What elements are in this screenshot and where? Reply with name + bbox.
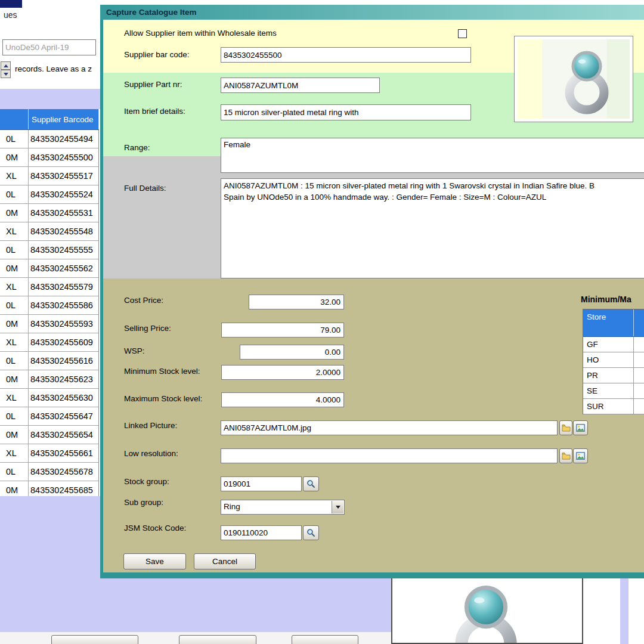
allow-supplier-checkbox[interactable] — [458, 29, 467, 38]
full-details-input[interactable]: ANI0587AZUMTL0M : 15 micron silver-plate… — [221, 178, 644, 278]
min-stock-input[interactable] — [221, 365, 344, 380]
dialog-titlebar[interactable]: Capture Catalogue Item — [100, 5, 644, 20]
barcode-grid-row[interactable]: 0L8435302455524 — [0, 185, 98, 204]
barcode-grid-row[interactable]: 0L8435302455616 — [0, 352, 98, 370]
store-row[interactable]: SUR — [583, 399, 644, 414]
size-cell: XL — [0, 167, 29, 185]
store-value-cell — [634, 368, 644, 383]
barcode-grid-row[interactable]: 0L8435302455586 — [0, 296, 98, 315]
save-button[interactable]: Save — [123, 553, 186, 569]
barcode-grid-row[interactable]: 0L8435302455494 — [0, 130, 98, 148]
catalogue-filter-input[interactable] — [2, 39, 96, 55]
store-row[interactable]: GF — [583, 337, 644, 352]
range-input[interactable]: Female — [221, 138, 644, 173]
barcode-cell: 8435302455494 — [29, 130, 98, 148]
store-value-cell — [634, 383, 644, 398]
barcode-grid-row[interactable]: 0L8435302455647 — [0, 407, 98, 426]
size-cell: 0M — [0, 148, 29, 166]
store-row[interactable]: PR — [583, 368, 644, 383]
stock-group-lookup-button[interactable] — [303, 476, 319, 491]
jsm-stock-code-lookup-button[interactable] — [303, 525, 319, 540]
picture-icon — [576, 424, 585, 432]
jsm-stock-code-input[interactable] — [221, 525, 302, 540]
size-cell: 0M — [0, 426, 29, 444]
range-label: Range: — [124, 143, 150, 152]
product-photo-panel-large — [391, 574, 583, 644]
cancel-button[interactable]: Cancel — [194, 553, 256, 569]
store-row[interactable]: HO — [583, 352, 644, 368]
wsp-input[interactable] — [240, 345, 344, 360]
selling-price-label: Selling Price: — [124, 324, 171, 333]
product-photo-box — [514, 36, 633, 122]
supplier-barcode-input[interactable] — [221, 47, 471, 63]
barcode-grid-row[interactable]: XL8435302455630 — [0, 389, 98, 407]
barcode-grid-row[interactable]: 0M8435302455531 — [0, 204, 98, 222]
store-value-cell — [634, 399, 644, 414]
selling-price-input[interactable] — [221, 323, 344, 338]
size-cell: 0L — [0, 407, 29, 425]
low-resolution-view-button[interactable] — [573, 448, 588, 463]
size-cell: 0M — [0, 204, 29, 222]
barcode-grid-row[interactable]: 0L8435302455555 — [0, 241, 98, 259]
spinner-up-button[interactable] — [1, 61, 11, 70]
spinner-down-button[interactable] — [1, 70, 11, 78]
folder-icon — [562, 424, 571, 432]
linked-picture-view-button[interactable] — [573, 420, 588, 435]
max-stock-input[interactable] — [221, 392, 344, 407]
barcode-grid-row[interactable]: XL8435302455609 — [0, 333, 98, 352]
barcode-cell: 8435302455500 — [29, 148, 98, 166]
barcode-grid-row[interactable]: 0M8435302455654 — [0, 426, 98, 444]
grid-header-blank[interactable] — [0, 109, 29, 129]
wsp-label: WSP: — [124, 346, 145, 355]
dialog-title: Capture Catalogue Item — [106, 8, 197, 17]
barcode-cell: 8435302455593 — [29, 315, 98, 333]
chevron-down-icon — [336, 506, 340, 509]
barcode-cell: 8435302455647 — [29, 407, 98, 425]
barcode-grid-row[interactable]: XL8435302455579 — [0, 278, 98, 296]
store-row[interactable]: SE — [583, 383, 644, 399]
barcode-cell: 8435302455579 — [29, 278, 98, 296]
barcode-grid-row[interactable]: XL8435302455517 — [0, 167, 98, 185]
low-resolution-browse-button[interactable] — [559, 448, 572, 463]
bottom-right-lavender-strip — [620, 574, 628, 644]
size-cell: XL — [0, 333, 29, 351]
linked-picture-label: Linked Picture: — [124, 421, 177, 430]
screen: { "colors": { "teal_accent": "#2f9494", … — [0, 0, 644, 644]
bottom-button-1[interactable] — [51, 635, 138, 644]
barcode-grid-row[interactable]: XL8435302455548 — [0, 222, 98, 241]
barcode-grid-row[interactable]: XL8435302455661 — [0, 444, 98, 463]
barcode-cell: 8435302455562 — [29, 259, 98, 277]
barcode-grid-row[interactable]: 0M8435302455593 — [0, 315, 98, 333]
barcode-cell: 8435302455654 — [29, 426, 98, 444]
triangle-down-icon — [4, 73, 8, 76]
low-resolution-input[interactable] — [221, 448, 558, 463]
size-cell: XL — [0, 278, 29, 296]
size-cell: 0L — [0, 463, 29, 481]
grid-header-supplier-barcode[interactable]: Supplier Barcode — [29, 109, 99, 129]
store-value-cell — [634, 337, 644, 352]
barcode-cell: 8435302455616 — [29, 352, 98, 370]
size-cell: XL — [0, 222, 29, 240]
window-title-fragment: ues — [4, 10, 17, 20]
barcode-grid-row[interactable]: 0M8435302455562 — [0, 259, 98, 278]
bottom-button-2[interactable] — [179, 635, 256, 644]
min-stock-label: Minimum Stock level: — [124, 367, 200, 376]
barcode-grid-row[interactable]: 0M8435302455500 — [0, 148, 98, 167]
bottom-button-3[interactable] — [292, 635, 358, 644]
magnifier-icon — [306, 528, 315, 537]
barcode-grid-row[interactable]: 0L8435302455678 — [0, 463, 98, 481]
dialog-bottom-border — [100, 572, 644, 578]
sub-group-select[interactable]: Ring — [221, 500, 345, 515]
store-column-header[interactable]: Store — [583, 309, 634, 336]
linked-picture-browse-button[interactable] — [559, 420, 572, 435]
store-values-column-header[interactable] — [634, 309, 644, 336]
record-count-spinner — [1, 61, 11, 78]
barcode-grid-row[interactable]: 0M8435302455623 — [0, 370, 98, 389]
stock-group-input[interactable] — [221, 476, 302, 491]
supplier-part-input[interactable] — [221, 78, 380, 93]
sub-group-dropdown-button[interactable] — [332, 501, 343, 513]
linked-picture-input[interactable] — [221, 420, 558, 435]
size-cell: 0L — [0, 130, 29, 148]
cost-price-input[interactable] — [249, 295, 344, 309]
item-brief-input[interactable] — [221, 104, 471, 120]
